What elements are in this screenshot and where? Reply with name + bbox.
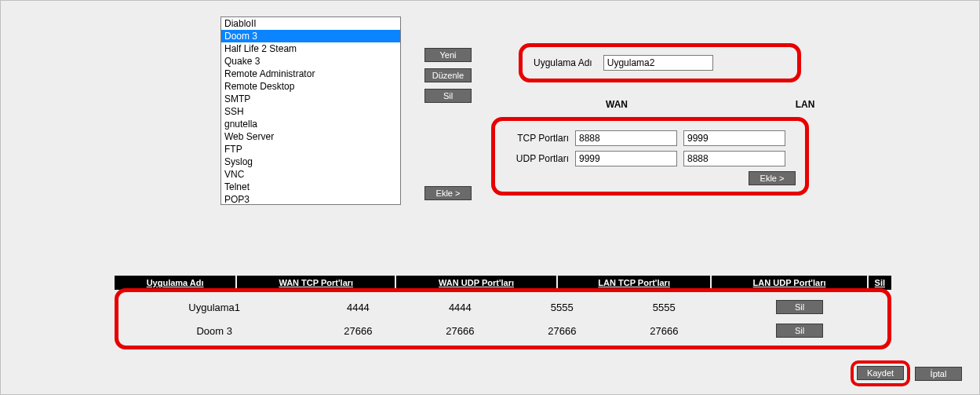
tcp-ports-label: TCP Portları bbox=[506, 133, 569, 144]
table-cell: 5555 bbox=[511, 295, 613, 319]
app-name-label: Uygulama Adı bbox=[534, 57, 592, 68]
udp-ports-label: UDP Portları bbox=[506, 153, 569, 164]
udp-wan-input[interactable] bbox=[575, 151, 677, 166]
add-to-list-button[interactable]: Ekle > bbox=[424, 186, 472, 200]
table-cell: 27666 bbox=[613, 319, 715, 342]
listbox-item[interactable]: VNC bbox=[221, 168, 400, 181]
listbox-item[interactable]: FTP bbox=[221, 143, 400, 155]
listbox-item[interactable]: Remote Administrator bbox=[221, 68, 400, 80]
table-cell: 5555 bbox=[613, 295, 715, 319]
listbox-item[interactable]: POP3 bbox=[221, 193, 400, 205]
app-name-input[interactable] bbox=[603, 55, 713, 71]
table-cell: Uygulama1 bbox=[122, 295, 307, 319]
tcp-lan-input[interactable] bbox=[683, 130, 785, 146]
listbox-item[interactable]: SMTP bbox=[221, 93, 400, 105]
listbox-item[interactable]: Half Life 2 Steam bbox=[221, 42, 400, 55]
rules-highlight: Uygulama14444444455555555SilDoom 3276662… bbox=[115, 288, 891, 349]
listbox-item[interactable]: gnutella bbox=[221, 118, 400, 130]
application-listbox[interactable]: DiabloIIDoom 3Half Life 2 SteamQuake 3Re… bbox=[220, 16, 401, 205]
table-cell: Doom 3 bbox=[122, 319, 307, 342]
udp-lan-input[interactable] bbox=[683, 151, 785, 166]
edit-button[interactable]: Düzenle bbox=[424, 68, 472, 82]
lan-header: LAN bbox=[754, 99, 856, 110]
form-area: Uygulama Adı WAN LAN TCP Portları UDP Po… bbox=[495, 16, 887, 205]
table-cell: 27666 bbox=[409, 319, 511, 342]
table-cell: 27666 bbox=[307, 319, 409, 342]
action-column: Yeni Düzenle Sil Ekle > bbox=[417, 16, 479, 205]
listbox-item[interactable]: Doom 3 bbox=[221, 30, 400, 42]
listbox-item[interactable]: Remote Desktop bbox=[221, 80, 400, 93]
listbox-item[interactable]: Quake 3 bbox=[221, 55, 400, 68]
ports-highlight: TCP Portları UDP Portları Ekle > bbox=[491, 117, 809, 196]
add-port-button[interactable]: Ekle > bbox=[749, 171, 796, 185]
port-columns-header: WAN LAN bbox=[566, 99, 856, 110]
listbox-item[interactable]: Web Server bbox=[221, 130, 400, 143]
listbox-item[interactable]: SSH bbox=[221, 105, 400, 118]
new-button[interactable]: Yeni bbox=[424, 48, 472, 62]
rules-table-wrap: Uygulama Adı WAN TCP Port'ları WAN UDP P… bbox=[115, 276, 891, 349]
footer-buttons: Kaydet İptal bbox=[851, 360, 962, 386]
table-cell: 27666 bbox=[511, 319, 613, 342]
listbox-item[interactable]: Telnet bbox=[221, 181, 400, 193]
table-row: Uygulama14444444455555555Sil bbox=[122, 295, 884, 319]
app-name-highlight: Uygulama Adı bbox=[519, 43, 801, 82]
row-delete-button[interactable]: Sil bbox=[776, 324, 823, 338]
tcp-wan-input[interactable] bbox=[575, 130, 677, 146]
save-highlight: Kaydet bbox=[851, 360, 910, 386]
listbox-item[interactable]: Syslog bbox=[221, 155, 400, 168]
save-button[interactable]: Kaydet bbox=[857, 366, 904, 380]
wan-header: WAN bbox=[566, 99, 668, 110]
delete-button[interactable]: Sil bbox=[424, 89, 472, 103]
row-delete-button[interactable]: Sil bbox=[776, 300, 823, 314]
table-cell: 4444 bbox=[307, 295, 409, 319]
table-row: Doom 327666276662766627666Sil bbox=[122, 319, 884, 342]
table-cell: 4444 bbox=[409, 295, 511, 319]
listbox-item[interactable]: DiabloII bbox=[221, 17, 400, 30]
cancel-button[interactable]: İptal bbox=[915, 367, 962, 381]
